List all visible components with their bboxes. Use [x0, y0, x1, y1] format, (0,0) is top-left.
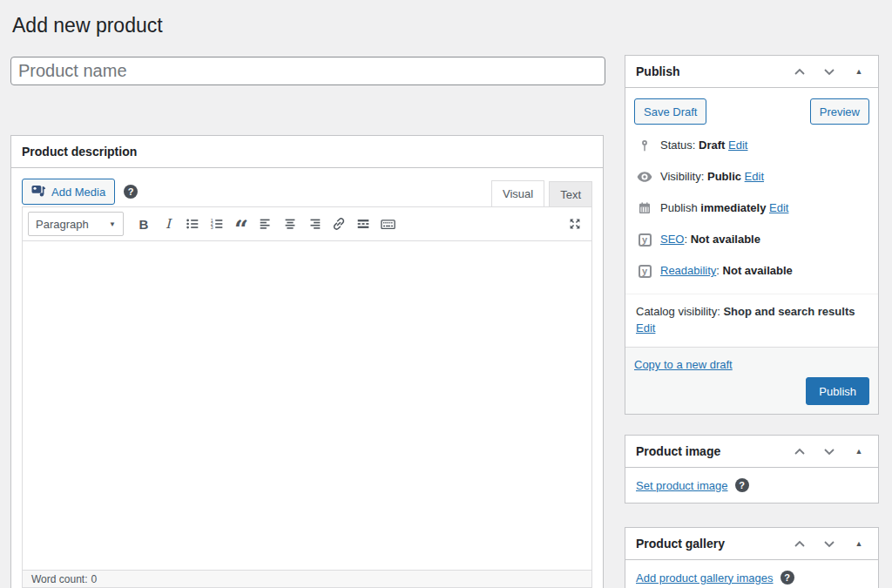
align-center-button[interactable]: [279, 213, 301, 235]
tab-visual[interactable]: Visual: [491, 180, 544, 206]
product-description-header: Product description: [11, 136, 603, 168]
move-up-button[interactable]: [791, 63, 808, 80]
editor-help-icon[interactable]: ?: [124, 185, 138, 199]
move-down-button[interactable]: [821, 535, 838, 552]
word-count-bar: Word count: 0: [23, 570, 591, 587]
pin-icon: [638, 139, 652, 153]
insert-link-icon: [331, 216, 347, 232]
product-name-input[interactable]: [10, 57, 605, 85]
product-gallery-help-icon[interactable]: ?: [780, 571, 794, 585]
publish-panel-title: Publish: [636, 64, 680, 78]
product-image-title: Product image: [636, 444, 720, 458]
minor-publishing-actions: Save Draft Preview: [625, 88, 878, 133]
yoast-icon: y: [639, 233, 652, 247]
editor-container: Paragraph ▼ B I: [22, 206, 592, 588]
align-right-icon: [307, 216, 322, 232]
move-up-button[interactable]: [791, 443, 808, 460]
publish-button[interactable]: Publish: [806, 377, 869, 405]
read-more-icon: [355, 216, 371, 232]
bold-icon: B: [139, 217, 149, 232]
product-image-help-icon[interactable]: ?: [735, 478, 749, 492]
status-value: Draft: [699, 139, 725, 152]
editor-content[interactable]: [23, 241, 591, 570]
sidebar: Publish ▲ Save Draft Preview: [625, 55, 879, 588]
seo-row: y SEO: Not available: [636, 231, 868, 248]
yoast-icon: y: [639, 265, 652, 278]
readability-link[interactable]: Readability: [660, 264, 716, 277]
readability-row: y Readability: Not available: [636, 262, 868, 280]
chevron-down-icon: [823, 448, 835, 456]
numbered-list-icon: 1 2 3: [209, 216, 225, 232]
seo-separator: :: [684, 233, 687, 246]
add-media-button[interactable]: Add Media: [22, 179, 115, 205]
copy-to-new-draft-link[interactable]: Copy to a new draft: [634, 358, 733, 371]
move-up-button[interactable]: [791, 535, 808, 552]
product-image-panel: Product image ▲ Set product image ?: [625, 435, 879, 504]
numbered-list-button[interactable]: 1 2 3: [206, 213, 228, 235]
insert-link-button[interactable]: [328, 213, 350, 235]
align-left-icon: [258, 216, 274, 232]
visibility-row: Visibility: Public Edit: [636, 168, 868, 186]
catalog-visibility-label: Catalog visibility:: [636, 305, 720, 318]
add-product-gallery-images-link[interactable]: Add product gallery images: [636, 571, 774, 585]
major-publishing-actions: Copy to a new draft Publish: [625, 347, 878, 414]
product-image-header: Product image ▲: [625, 436, 878, 468]
schedule-label: Publish: [660, 201, 698, 214]
readability-value: Not available: [723, 264, 793, 277]
italic-button[interactable]: I: [157, 213, 179, 235]
save-draft-button[interactable]: Save Draft: [634, 98, 706, 125]
status-label: Status:: [660, 139, 695, 152]
edit-status-link[interactable]: Edit: [728, 139, 747, 152]
fullscreen-button[interactable]: [564, 213, 586, 235]
schedule-row: Publish immediately Edit: [636, 199, 868, 217]
status-row: Status: Draft Edit: [636, 137, 868, 154]
visibility-value: Public: [707, 170, 741, 183]
edit-visibility-link[interactable]: Edit: [745, 170, 764, 183]
fullscreen-icon: [567, 216, 583, 232]
svg-text:3: 3: [211, 225, 213, 230]
product-gallery-header: Product gallery ▲: [625, 528, 878, 560]
eye-icon: [637, 171, 652, 183]
toggle-panel-icon: ▲: [855, 540, 863, 548]
word-count-label: Word count:: [31, 573, 87, 585]
keyboard-shortcuts-icon: [380, 216, 396, 233]
product-gallery-title: Product gallery: [636, 537, 725, 551]
chevron-up-icon: [794, 448, 806, 456]
toggle-panel-icon: ▲: [855, 448, 863, 456]
product-gallery-panel: Product gallery ▲ Add product gallery im…: [625, 527, 879, 588]
add-media-label: Add Media: [51, 186, 105, 199]
toggle-panel-button[interactable]: ▲: [850, 443, 868, 460]
toggle-panel-button[interactable]: ▲: [850, 63, 868, 80]
bold-button[interactable]: B: [132, 213, 155, 235]
paragraph-format-label: Paragraph: [36, 218, 89, 231]
toggle-panel-button[interactable]: ▲: [850, 535, 868, 552]
editor-toolbar: Paragraph ▼ B I: [23, 207, 591, 241]
blockquote-button[interactable]: “: [230, 213, 253, 235]
schedule-value: immediately: [700, 201, 766, 214]
set-product-image-link[interactable]: Set product image: [636, 479, 728, 492]
publish-panel: Publish ▲ Save Draft Preview: [625, 55, 879, 415]
move-down-button[interactable]: [821, 63, 838, 80]
visibility-label: Visibility:: [660, 170, 704, 183]
read-more-button[interactable]: [352, 213, 375, 235]
italic-icon: I: [166, 216, 171, 232]
move-down-button[interactable]: [821, 443, 838, 460]
edit-schedule-link[interactable]: Edit: [769, 201, 788, 214]
edit-catalog-visibility-link[interactable]: Edit: [636, 321, 655, 335]
bulleted-list-button[interactable]: [181, 213, 204, 235]
align-center-icon: [282, 216, 298, 232]
preview-button[interactable]: Preview: [810, 98, 869, 125]
catalog-visibility-value: Shop and search results: [723, 305, 855, 318]
tab-text[interactable]: Text: [549, 181, 592, 206]
paragraph-format-select[interactable]: Paragraph ▼: [28, 212, 124, 236]
readability-separator: :: [716, 264, 720, 277]
align-right-button[interactable]: [303, 213, 326, 235]
align-left-button[interactable]: [254, 213, 277, 235]
page-title: Add new product: [12, 13, 163, 38]
bulleted-list-icon: [185, 216, 200, 232]
seo-link[interactable]: SEO: [660, 233, 684, 246]
product-description-title: Product description: [22, 145, 137, 159]
catalog-visibility-row: Catalog visibility: Shop and search resu…: [625, 294, 878, 347]
keyboard-shortcuts-button[interactable]: [376, 213, 399, 235]
editor-tabs: Visual Text: [487, 179, 592, 206]
